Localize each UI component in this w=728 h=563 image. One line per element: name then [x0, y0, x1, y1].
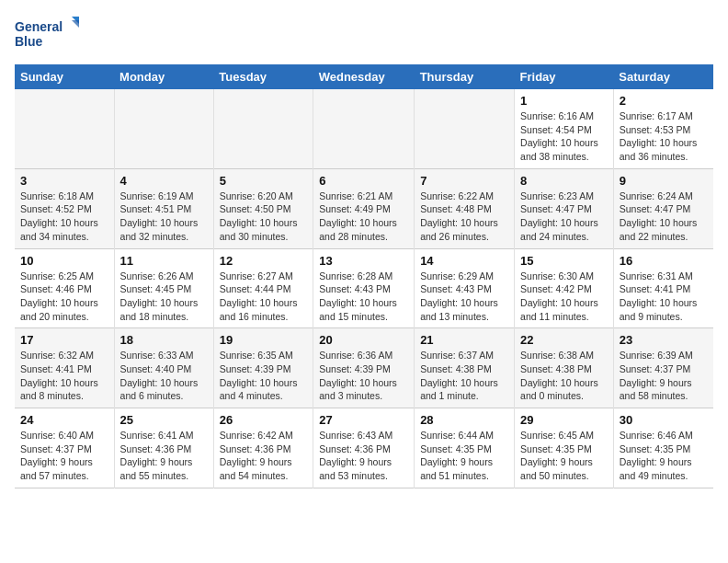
day-info: Sunrise: 6:19 AMSunset: 4:51 PMDaylight:… — [120, 190, 208, 244]
day-info: Sunrise: 6:37 AMSunset: 4:38 PMDaylight:… — [420, 349, 508, 403]
svg-text:General: General — [15, 19, 63, 34]
day-info: Sunrise: 6:46 AMSunset: 4:35 PMDaylight:… — [620, 429, 708, 483]
header-cell-saturday: Saturday — [613, 64, 713, 89]
day-info: Sunrise: 6:30 AMSunset: 4:42 PMDaylight:… — [520, 270, 608, 324]
day-cell: 2Sunrise: 6:17 AMSunset: 4:53 PMDaylight… — [613, 89, 713, 168]
day-info: Sunrise: 6:22 AMSunset: 4:48 PMDaylight:… — [420, 190, 508, 244]
day-info: Sunrise: 6:18 AMSunset: 4:52 PMDaylight:… — [20, 190, 108, 244]
week-row-3: 10Sunrise: 6:25 AMSunset: 4:46 PMDayligh… — [15, 248, 713, 328]
header-row: SundayMondayTuesdayWednesdayThursdayFrid… — [15, 64, 713, 89]
day-cell: 30Sunrise: 6:46 AMSunset: 4:35 PMDayligh… — [613, 408, 713, 488]
day-cell — [114, 89, 213, 168]
logo-icon: General Blue — [15, 15, 79, 53]
day-number: 2 — [620, 94, 708, 108]
day-number: 5 — [220, 174, 307, 188]
day-cell: 29Sunrise: 6:45 AMSunset: 4:35 PMDayligh… — [515, 408, 614, 488]
day-cell: 21Sunrise: 6:37 AMSunset: 4:38 PMDayligh… — [415, 328, 515, 408]
day-number: 24 — [20, 413, 108, 427]
day-number: 16 — [620, 254, 708, 268]
day-cell: 20Sunrise: 6:36 AMSunset: 4:39 PMDayligh… — [313, 328, 415, 408]
svg-marker-3 — [72, 20, 79, 29]
day-info: Sunrise: 6:44 AMSunset: 4:35 PMDaylight:… — [420, 429, 508, 483]
day-cell: 1Sunrise: 6:16 AMSunset: 4:54 PMDaylight… — [515, 89, 614, 168]
day-number: 17 — [20, 333, 108, 347]
day-number: 11 — [120, 254, 208, 268]
day-cell: 9Sunrise: 6:24 AMSunset: 4:47 PMDaylight… — [613, 168, 713, 248]
day-info: Sunrise: 6:41 AMSunset: 4:36 PMDaylight:… — [120, 429, 208, 483]
day-cell — [15, 89, 114, 168]
calendar-header: SundayMondayTuesdayWednesdayThursdayFrid… — [15, 64, 713, 89]
day-cell: 26Sunrise: 6:42 AMSunset: 4:36 PMDayligh… — [213, 408, 313, 488]
day-cell: 28Sunrise: 6:44 AMSunset: 4:35 PMDayligh… — [415, 408, 515, 488]
day-info: Sunrise: 6:42 AMSunset: 4:36 PMDaylight:… — [220, 429, 307, 483]
day-number: 4 — [120, 174, 208, 188]
day-number: 23 — [620, 333, 708, 347]
day-number: 13 — [319, 254, 408, 268]
day-cell — [213, 89, 313, 168]
day-number: 10 — [20, 254, 108, 268]
day-number: 8 — [520, 174, 608, 188]
day-cell: 11Sunrise: 6:26 AMSunset: 4:45 PMDayligh… — [114, 248, 213, 328]
day-number: 14 — [420, 254, 508, 268]
day-cell: 7Sunrise: 6:22 AMSunset: 4:48 PMDaylight… — [415, 168, 515, 248]
day-number: 15 — [520, 254, 608, 268]
week-row-4: 17Sunrise: 6:32 AMSunset: 4:41 PMDayligh… — [15, 328, 713, 408]
day-number: 3 — [20, 174, 108, 188]
day-cell: 13Sunrise: 6:28 AMSunset: 4:43 PMDayligh… — [313, 248, 415, 328]
day-cell: 6Sunrise: 6:21 AMSunset: 4:49 PMDaylight… — [313, 168, 415, 248]
day-cell: 22Sunrise: 6:38 AMSunset: 4:38 PMDayligh… — [515, 328, 614, 408]
day-info: Sunrise: 6:38 AMSunset: 4:38 PMDaylight:… — [520, 349, 608, 403]
day-info: Sunrise: 6:36 AMSunset: 4:39 PMDaylight:… — [319, 349, 408, 403]
day-cell: 15Sunrise: 6:30 AMSunset: 4:42 PMDayligh… — [515, 248, 614, 328]
day-number: 21 — [420, 333, 508, 347]
day-cell: 3Sunrise: 6:18 AMSunset: 4:52 PMDaylight… — [15, 168, 114, 248]
day-cell: 8Sunrise: 6:23 AMSunset: 4:47 PMDaylight… — [515, 168, 614, 248]
day-cell: 14Sunrise: 6:29 AMSunset: 4:43 PMDayligh… — [415, 248, 515, 328]
day-info: Sunrise: 6:17 AMSunset: 4:53 PMDaylight:… — [620, 109, 708, 164]
svg-text:Blue: Blue — [15, 34, 43, 49]
day-info: Sunrise: 6:33 AMSunset: 4:40 PMDaylight:… — [120, 349, 208, 403]
day-number: 12 — [220, 254, 307, 268]
day-info: Sunrise: 6:26 AMSunset: 4:45 PMDaylight:… — [120, 270, 208, 324]
header-cell-friday: Friday — [515, 64, 614, 89]
week-row-1: 1Sunrise: 6:16 AMSunset: 4:54 PMDaylight… — [15, 89, 713, 168]
day-number: 9 — [620, 174, 708, 188]
day-info: Sunrise: 6:39 AMSunset: 4:37 PMDaylight:… — [620, 349, 708, 403]
day-info: Sunrise: 6:21 AMSunset: 4:49 PMDaylight:… — [319, 190, 408, 244]
header-cell-sunday: Sunday — [15, 64, 114, 89]
day-info: Sunrise: 6:31 AMSunset: 4:41 PMDaylight:… — [620, 270, 708, 324]
day-info: Sunrise: 6:29 AMSunset: 4:43 PMDaylight:… — [420, 270, 508, 324]
day-info: Sunrise: 6:43 AMSunset: 4:36 PMDaylight:… — [319, 429, 408, 483]
day-info: Sunrise: 6:23 AMSunset: 4:47 PMDaylight:… — [520, 190, 608, 244]
day-number: 29 — [520, 413, 608, 427]
day-number: 25 — [120, 413, 208, 427]
day-number: 27 — [319, 413, 408, 427]
day-cell: 23Sunrise: 6:39 AMSunset: 4:37 PMDayligh… — [613, 328, 713, 408]
day-info: Sunrise: 6:27 AMSunset: 4:44 PMDaylight:… — [220, 270, 307, 324]
day-cell: 17Sunrise: 6:32 AMSunset: 4:41 PMDayligh… — [15, 328, 114, 408]
day-number: 6 — [319, 174, 408, 188]
day-cell: 27Sunrise: 6:43 AMSunset: 4:36 PMDayligh… — [313, 408, 415, 488]
day-number: 7 — [420, 174, 508, 188]
day-cell — [313, 89, 415, 168]
day-cell: 12Sunrise: 6:27 AMSunset: 4:44 PMDayligh… — [213, 248, 313, 328]
day-info: Sunrise: 6:16 AMSunset: 4:54 PMDaylight:… — [520, 109, 608, 164]
day-info: Sunrise: 6:25 AMSunset: 4:46 PMDaylight:… — [20, 270, 108, 324]
day-cell — [415, 89, 515, 168]
day-number: 30 — [620, 413, 708, 427]
day-cell: 25Sunrise: 6:41 AMSunset: 4:36 PMDayligh… — [114, 408, 213, 488]
day-cell: 16Sunrise: 6:31 AMSunset: 4:41 PMDayligh… — [613, 248, 713, 328]
day-info: Sunrise: 6:45 AMSunset: 4:35 PMDaylight:… — [520, 429, 608, 483]
header-cell-monday: Monday — [114, 64, 213, 89]
day-cell: 4Sunrise: 6:19 AMSunset: 4:51 PMDaylight… — [114, 168, 213, 248]
day-number: 20 — [319, 333, 408, 347]
day-cell: 5Sunrise: 6:20 AMSunset: 4:50 PMDaylight… — [213, 168, 313, 248]
day-info: Sunrise: 6:24 AMSunset: 4:47 PMDaylight:… — [620, 190, 708, 244]
day-info: Sunrise: 6:40 AMSunset: 4:37 PMDaylight:… — [20, 429, 108, 483]
day-number: 18 — [120, 333, 208, 347]
calendar-table: SundayMondayTuesdayWednesdayThursdayFrid… — [15, 64, 713, 488]
logo: General Blue — [15, 15, 79, 53]
header-cell-thursday: Thursday — [415, 64, 515, 89]
day-number: 28 — [420, 413, 508, 427]
day-cell: 10Sunrise: 6:25 AMSunset: 4:46 PMDayligh… — [15, 248, 114, 328]
